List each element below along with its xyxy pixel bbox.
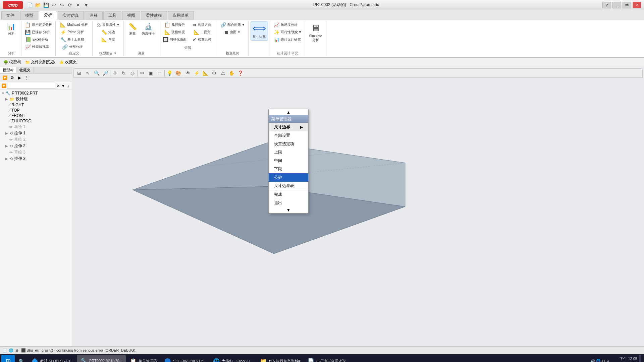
cm-scroll-down[interactable]: ▼: [269, 207, 308, 213]
btn-analysis[interactable]: 📊 分析: [5, 21, 18, 37]
tab-simulation[interactable]: 实时仿真: [58, 11, 84, 20]
tab-apps[interactable]: 应用菜单: [168, 11, 194, 20]
btn-check-geom[interactable]: ✔ 检查几何: [189, 36, 215, 43]
filter-down-btn[interactable]: ▼: [61, 83, 65, 89]
regen-btn[interactable]: ⟳: [66, 1, 74, 9]
restore-btn[interactable]: ▭: [623, 2, 631, 8]
cm-item-lower[interactable]: 下限: [269, 165, 308, 173]
cm-item-set-selected[interactable]: 设置选定项: [269, 140, 308, 148]
cm-item-upper[interactable]: 上限: [269, 148, 308, 157]
tab-tools[interactable]: 工具: [103, 11, 121, 20]
lp-btn-settings[interactable]: ⚙: [9, 74, 15, 81]
taskbar-app-doc[interactable]: 📄 出厂测试台需求说...: [304, 355, 352, 362]
lp-tab-model-tree[interactable]: 模型树: [0, 67, 17, 73]
close-btn[interactable]: ✕: [633, 2, 641, 8]
lp-btn-filter[interactable]: 🔽: [1, 74, 8, 81]
save-btn[interactable]: 💾: [42, 1, 50, 9]
btn-performance[interactable]: 📈 性能监视器: [23, 44, 50, 50]
help-btn[interactable]: ?: [602, 2, 611, 8]
tree-item-sketch2[interactable]: ✏ 草绘 2: [0, 136, 72, 143]
tree-item-sketch1[interactable]: ✏ 草绘 1: [0, 124, 72, 130]
btn-external[interactable]: 🔗 外部分析: [59, 44, 86, 50]
btn-feasibility[interactable]: ✨ 可行性/优化▼: [272, 29, 303, 36]
tree-item-extrude2[interactable]: ▶ ⟲ 拉伸 2: [0, 143, 72, 149]
cm-item-dim-boundary[interactable]: 尺寸边界 ▶: [269, 123, 308, 131]
btn-toolbox[interactable]: 🔧 基于工具箱: [59, 36, 86, 43]
btn-folder-browser[interactable]: 📁 文件夹浏览器: [24, 59, 56, 66]
btn-excel-analysis[interactable]: 📗 Excel 分析: [23, 36, 50, 43]
tree-item-right[interactable]: ∕ RIGHT: [0, 102, 72, 108]
viewport[interactable]: ⊞ ↖ 🔍 🔎 ✥ ↻ ◎ ✂ ▣ ◻ 💡 🎨 👁 ⚡ 📐 ⚙ ⚠ ✋ ❓: [72, 67, 644, 346]
tab-analysis[interactable]: 分析: [39, 11, 57, 20]
close2-btn[interactable]: ✕: [74, 1, 82, 9]
tree-item-front[interactable]: ∕ FRONT: [0, 113, 72, 118]
taskbar-app-creo8[interactable]: 🌐 大能们，Creo8.0...: [210, 355, 256, 362]
cm-scroll-up[interactable]: ▲: [269, 109, 308, 115]
btn-model-tree[interactable]: 🌳 模型树: [2, 59, 22, 66]
systray-more[interactable]: ∧: [607, 359, 609, 362]
status-icon-3[interactable]: 🖥: [15, 348, 18, 353]
cm-item-exit[interactable]: 退出: [269, 199, 308, 207]
btn-measure[interactable]: 📏 测量: [126, 21, 139, 37]
filter-add-btn[interactable]: ＋: [66, 83, 70, 89]
tree-item-root[interactable]: ▼ 🔧 PRT0002.PRT: [0, 90, 72, 96]
cm-item-dim-table[interactable]: 尺寸边界表: [269, 182, 308, 190]
start-button[interactable]: ⊞: [1, 355, 15, 362]
lp-btn-expand[interactable]: ▶: [16, 74, 23, 81]
btn-dihedral[interactable]: 📐 二面角: [189, 29, 215, 36]
cm-item-middle[interactable]: 中间: [269, 157, 308, 165]
taskbar-app-sldprt[interactable]: 🔷 教试.SLDPRT - Cr...: [28, 355, 76, 362]
btn-prime[interactable]: ⚡ Prime 分析: [59, 29, 86, 36]
show-desktop-btn[interactable]: [639, 355, 641, 362]
lp-tab-favorites[interactable]: 收藏夹: [17, 67, 34, 73]
more-qa[interactable]: ▼: [83, 1, 90, 9]
btn-build-dir[interactable]: ➡ 构建方向: [189, 21, 215, 28]
lp-btn-more[interactable]: ⋮: [23, 74, 30, 81]
btn-simulate[interactable]: 🔬 仿真样干: [140, 21, 157, 37]
btn-user-analysis[interactable]: 📋 用户定义分析: [23, 21, 53, 28]
btn-fit-problem[interactable]: 🔗 配合问题 ▼: [219, 21, 246, 28]
btn-thickness[interactable]: 📐 厚度: [95, 36, 121, 43]
tree-item-sketch3[interactable]: ✏ 草绘 3: [0, 149, 72, 156]
filter-input[interactable]: [7, 83, 55, 89]
btn-edge[interactable]: 📏 矩边: [95, 29, 121, 36]
redo-btn[interactable]: ↪: [58, 1, 66, 9]
undo-btn[interactable]: ↩: [50, 1, 58, 9]
btn-curvature[interactable]: 🔲 网格化曲面: [161, 36, 188, 43]
tree-item-extrude1[interactable]: ▶ ⟲ 拉伸 1: [0, 130, 72, 136]
btn-surface[interactable]: ◼ 曲面 ▼: [219, 29, 246, 36]
filter-clear-btn[interactable]: ✕: [56, 83, 60, 89]
taskbar-app-file[interactable]: 📁 移交旅西航宇资料#: [257, 355, 304, 362]
minimize-btn[interactable]: _: [612, 2, 621, 8]
btn-mass[interactable]: ⚖ 质量属性 ▼: [95, 21, 121, 28]
tree-item-extrude3[interactable]: ▶ ⟲ 拉伸 3: [0, 156, 72, 162]
tab-model[interactable]: 模型: [20, 11, 38, 20]
btn-favorites[interactable]: ⭐ 收藏夹: [58, 59, 78, 66]
btn-geom-report[interactable]: 📋 几何报告: [161, 21, 188, 28]
btn-dim-boundary[interactable]: ⟺ 尺寸边界: [251, 21, 268, 41]
status-icon-1[interactable]: 📄: [3, 348, 7, 353]
tab-view[interactable]: 视图: [122, 11, 140, 20]
btn-mathcad[interactable]: 📐 Mathcad 分析: [59, 21, 89, 28]
open-btn[interactable]: 📂: [34, 1, 42, 9]
taskbar-app-menu[interactable]: 📋 菜单管理器: [126, 355, 160, 362]
cm-item-done[interactable]: 完成: [269, 190, 308, 199]
tree-item-top[interactable]: ∕ TOP: [0, 108, 72, 113]
taskbar-app-prt[interactable]: 🔧 PRT0002 (活动的)...: [77, 355, 126, 362]
taskbar-app-search[interactable]: 🔍: [15, 355, 28, 362]
tab-annotate[interactable]: 注释: [85, 11, 103, 20]
btn-stat-design[interactable]: 📊 统计设计研究: [272, 36, 302, 43]
tab-file[interactable]: 文件: [1, 11, 19, 20]
btn-saved-analysis[interactable]: 💾 已保存 分析: [23, 29, 51, 36]
btn-draft[interactable]: 📐 玻模斜度: [161, 29, 188, 36]
tree-item-zhuotoo[interactable]: ∕ ZHUOTOO: [0, 118, 72, 124]
btn-sensitivity[interactable]: 📈 敏感度分析: [272, 21, 299, 28]
status-icon-2[interactable]: 🌐: [9, 348, 13, 353]
new-btn[interactable]: 📄: [26, 1, 34, 9]
btn-simulate-main[interactable]: 🖥 Simulate分析: [307, 21, 324, 44]
tree-item-design[interactable]: ▶ 📁 设计组: [0, 96, 72, 102]
cm-item-all-set[interactable]: 全部设置: [269, 131, 308, 140]
tab-flex[interactable]: 柔性建模: [141, 11, 167, 20]
cm-item-nominal[interactable]: 公称: [269, 173, 308, 182]
taskbar-app-solidworks[interactable]: 🔵 SOLIDWORKS Pr...: [161, 355, 209, 362]
